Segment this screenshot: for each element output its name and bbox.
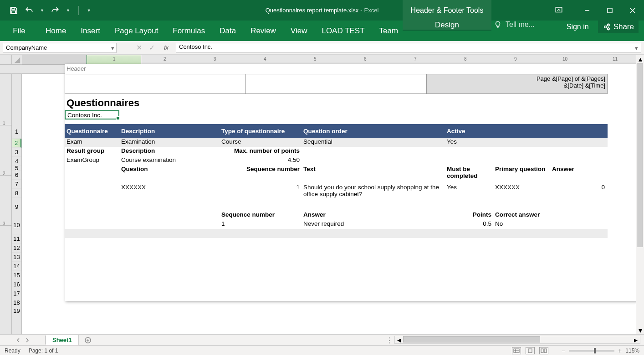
tab-home[interactable]: Home xyxy=(38,21,73,41)
undo-dropdown-icon[interactable]: ▼ xyxy=(40,8,44,13)
cell-450[interactable]: 4.50 xyxy=(220,156,302,165)
scroll-left-button[interactable]: ◂ xyxy=(395,336,403,344)
zoom-in-button[interactable]: + xyxy=(618,347,622,354)
row-header-8[interactable]: 8 xyxy=(12,189,21,198)
ribbon-display-options-icon[interactable] xyxy=(555,6,563,14)
cell-05[interactable]: 0.5 xyxy=(445,220,493,229)
cell-never-required[interactable]: Never required xyxy=(302,220,445,229)
cell-answer-h[interactable]: Answer xyxy=(550,165,607,183)
share-button[interactable]: Share xyxy=(598,21,639,33)
sheet-prev-icon[interactable] xyxy=(16,336,20,344)
page-break-view-button[interactable] xyxy=(539,347,548,354)
row-header-11[interactable]: 11 xyxy=(12,234,21,244)
tab-design[interactable]: Design xyxy=(403,21,491,31)
tab-review[interactable]: Review xyxy=(243,21,283,41)
cell-exam[interactable]: Exam xyxy=(65,138,119,147)
row-header-1[interactable]: 1 xyxy=(12,125,21,139)
row-header-7[interactable]: 7 xyxy=(12,180,21,189)
row-header-6[interactable]: 6 xyxy=(12,171,21,180)
report-title[interactable]: Questionnaires xyxy=(65,97,119,110)
row-header-3[interactable]: 3 xyxy=(12,148,21,157)
vscroll-thumb[interactable] xyxy=(637,63,643,247)
cell-no[interactable]: No xyxy=(493,220,550,229)
zoom-out-button[interactable]: − xyxy=(562,347,565,354)
tab-page-layout[interactable]: Page Layout xyxy=(107,21,165,41)
redo-icon[interactable] xyxy=(51,6,60,15)
row-header-2[interactable]: 2 xyxy=(12,139,21,148)
cancel-formula-button[interactable]: ✕ xyxy=(134,43,144,53)
th-order[interactable]: Question order xyxy=(302,127,445,135)
cell-examgroup[interactable]: ExamGroup xyxy=(65,156,119,165)
sign-in-link[interactable]: Sign in xyxy=(567,23,589,31)
expand-formula-bar-icon[interactable]: ▾ xyxy=(635,45,638,52)
header-left-box[interactable] xyxy=(65,74,246,93)
save-icon[interactable] xyxy=(9,6,18,15)
tab-load-test[interactable]: LOAD TEST xyxy=(314,21,372,41)
cell-correct-h[interactable]: Correct answer xyxy=(493,211,550,220)
th-active[interactable]: Active xyxy=(445,127,493,135)
cell-course[interactable]: Course xyxy=(220,138,302,147)
zoom-slider[interactable] xyxy=(569,350,614,352)
horizontal-scrollbar[interactable]: ◂ ▸ xyxy=(394,336,640,344)
cell-seq-h2[interactable]: Sequence number xyxy=(220,211,302,220)
cell-xxxxxx[interactable]: XXXXXX xyxy=(119,183,220,202)
company-name-cell[interactable]: Contoso Inc. xyxy=(65,110,119,119)
redo-dropdown-icon[interactable]: ▼ xyxy=(66,8,70,13)
cell-examination[interactable]: Examination xyxy=(119,138,220,147)
tab-data[interactable]: Data xyxy=(212,21,243,41)
row-header-17[interactable]: 17 xyxy=(12,289,21,298)
row-header-13[interactable]: 13 xyxy=(12,253,21,262)
row-header-5[interactable]: 5 xyxy=(12,166,21,171)
page[interactable]: Header Page &[Page] of &[Pages] &[Date] … xyxy=(65,64,644,301)
formula-input[interactable]: Contoso Inc. ▾ xyxy=(176,43,641,53)
close-button[interactable] xyxy=(621,0,644,21)
select-all-triangle-icon[interactable] xyxy=(13,56,21,64)
tell-me-search[interactable]: Tell me... xyxy=(494,21,535,29)
hscroll-thumb[interactable] xyxy=(403,336,540,342)
fx-button[interactable]: fx xyxy=(159,43,173,53)
cell-result-group-h[interactable]: Result group xyxy=(65,147,119,156)
page-layout-view-button[interactable] xyxy=(526,347,535,354)
row-header-12[interactable]: 12 xyxy=(12,244,21,253)
cell-text-h[interactable]: Text xyxy=(302,165,445,183)
cell-question-h[interactable]: Question xyxy=(119,165,220,183)
cell-description-h[interactable]: Description xyxy=(119,147,220,156)
cell-must-h[interactable]: Must be completed xyxy=(445,165,493,183)
tab-team[interactable]: Team xyxy=(372,21,406,41)
cell-points-h[interactable]: Points xyxy=(445,211,493,220)
cell-question-text[interactable]: Should you do your school supply shoppin… xyxy=(302,183,445,202)
add-sheet-button[interactable] xyxy=(82,335,93,346)
row-header-14[interactable]: 14 xyxy=(12,262,21,271)
row-header-10[interactable]: 10 xyxy=(12,216,21,234)
cell-sequential[interactable]: Sequential xyxy=(302,138,445,147)
sheet-tab-sheet1[interactable]: Sheet1 xyxy=(46,335,79,346)
undo-icon[interactable] xyxy=(25,6,34,15)
row-header-16[interactable]: 16 xyxy=(12,280,21,289)
th-type[interactable]: Type of questionnaire xyxy=(220,127,302,135)
scroll-down-button[interactable]: ▾ xyxy=(636,326,644,334)
cell-answer-h2[interactable]: Answer xyxy=(302,211,445,220)
enter-formula-button[interactable]: ✓ xyxy=(147,43,157,53)
tab-formulas[interactable]: Formulas xyxy=(165,21,212,41)
split-handle[interactable]: ⋮ xyxy=(386,337,393,344)
row-header-9[interactable]: 9 xyxy=(12,198,21,216)
zoom-level[interactable]: 115% xyxy=(625,348,639,354)
row-header-18[interactable]: 18 xyxy=(12,298,21,307)
cell-answer-0[interactable]: 0 xyxy=(550,183,607,202)
cell-course-exam[interactable]: Course examination xyxy=(119,156,220,165)
row-header-19[interactable]: 19 xyxy=(12,307,21,314)
th-questionnaire[interactable]: Questionnaire xyxy=(65,127,119,135)
scroll-right-button[interactable]: ▸ xyxy=(632,336,640,344)
row-header-15[interactable]: 15 xyxy=(12,271,21,280)
tab-insert[interactable]: Insert xyxy=(73,21,107,41)
vertical-scrollbar[interactable]: ▴ ▾ xyxy=(636,55,644,334)
cell-seq-1[interactable]: 1 xyxy=(220,183,302,202)
minimize-button[interactable] xyxy=(576,0,598,21)
cell-primary-h[interactable]: Primary question xyxy=(493,165,550,183)
header-center-box[interactable] xyxy=(246,74,427,93)
tab-view[interactable]: View xyxy=(283,21,315,41)
cell-seq-h[interactable]: Sequence number xyxy=(220,165,302,183)
cell-active-yes[interactable]: Yes xyxy=(445,138,493,147)
file-tab[interactable]: File xyxy=(0,21,38,41)
cell-primary-x[interactable]: XXXXXX xyxy=(493,183,550,202)
